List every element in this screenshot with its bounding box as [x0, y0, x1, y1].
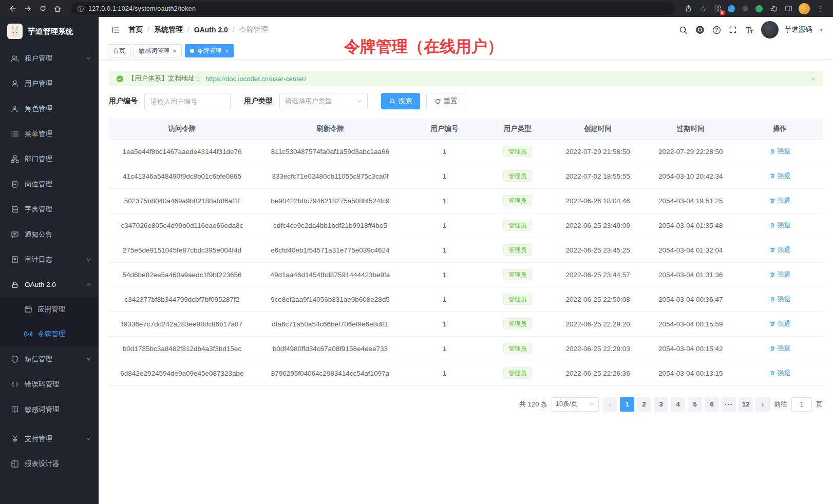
- search-icon[interactable]: [679, 26, 688, 34]
- user-id-input[interactable]: [144, 93, 231, 109]
- chevron-down-icon[interactable]: ▾: [820, 27, 823, 33]
- breadcrumb-separator: /: [147, 26, 149, 34]
- close-icon[interactable]: ×: [173, 48, 177, 54]
- notice-icon: [10, 230, 19, 239]
- close-icon[interactable]: ×: [225, 48, 229, 54]
- sidebar-item[interactable]: 用户管理: [0, 71, 99, 96]
- pagination-page-5[interactable]: 5: [688, 397, 702, 412]
- access-token-cell: 275e5de9151045fe87cbdc395e004f4d: [109, 238, 255, 262]
- expire-time-cell: 2054-03-04 00:15:59: [644, 312, 737, 336]
- sensitive-icon: [10, 405, 19, 414]
- forward-icon[interactable]: [21, 2, 34, 15]
- force-logout-button[interactable]: 强退: [769, 369, 791, 378]
- created-time-cell: 2022-06-25 22:29:03: [552, 336, 645, 361]
- sidebar-item[interactable]: 支付管理: [0, 426, 99, 451]
- expire-time-cell: 2022-07-29 22:28:50: [644, 139, 737, 164]
- pagination-page-6[interactable]: 6: [705, 397, 719, 412]
- browser-profile-avatar[interactable]: [799, 3, 810, 14]
- expire-time-cell: 2054-03-04 01:32:04: [644, 238, 737, 262]
- user-type-select[interactable]: 请选择用户类型: [279, 93, 368, 109]
- sidebar-item[interactable]: 短信管理: [0, 346, 99, 372]
- sidebar-item[interactable]: 错误码管理: [0, 372, 99, 397]
- pagination-page-12[interactable]: 12: [739, 397, 753, 412]
- pagination-page-1[interactable]: 1: [620, 397, 634, 412]
- force-logout-button[interactable]: 强退: [769, 196, 791, 205]
- force-logout-button[interactable]: 强退: [769, 147, 791, 156]
- side-panel-icon[interactable]: [782, 2, 795, 15]
- page-size-select[interactable]: 10条/页: [552, 397, 599, 412]
- doc-link[interactable]: https://doc.iocoder.cn/user-center/: [205, 75, 306, 83]
- sidebar-item[interactable]: 菜单管理: [0, 121, 99, 146]
- view-tab[interactable]: 令牌管理×: [185, 44, 234, 57]
- font-size-icon[interactable]: [745, 26, 753, 34]
- chevron-down-icon: [86, 356, 91, 362]
- sidebar-item[interactable]: 报表设计器: [0, 451, 99, 476]
- reset-button[interactable]: 重置: [426, 93, 465, 109]
- pagination-page-4[interactable]: 4: [671, 397, 685, 412]
- pagination-page-2[interactable]: 2: [637, 397, 651, 412]
- info-icon[interactable]: [77, 5, 84, 12]
- github-icon[interactable]: [695, 25, 705, 34]
- breadcrumb-item[interactable]: OAuth 2.0: [194, 26, 228, 34]
- view-tab[interactable]: 首页: [108, 44, 130, 57]
- table-row: b0d1785bc3a8482f812db4a3f3bd15ecb0df4980…: [109, 336, 823, 361]
- extension-icon[interactable]: [728, 5, 735, 12]
- pagination-page-3[interactable]: 3: [654, 397, 668, 412]
- back-icon[interactable]: [6, 2, 20, 15]
- force-logout-button[interactable]: 强退: [769, 270, 791, 279]
- force-logout-button[interactable]: 强退: [769, 245, 791, 255]
- trash-icon: [769, 370, 775, 376]
- reload-icon[interactable]: [36, 2, 49, 15]
- force-logout-button[interactable]: 强退: [769, 171, 791, 181]
- sidebar-item[interactable]: 敏感词管理: [0, 397, 99, 422]
- access-token-cell: c347026e805e4d99b0d116eae66eda8c: [109, 213, 255, 238]
- sidebar-item[interactable]: 部门管理: [0, 146, 99, 171]
- pagination-next-button[interactable]: ›: [755, 397, 770, 412]
- bookmark-star-icon[interactable]: ☆: [696, 2, 710, 15]
- fullscreen-icon[interactable]: [729, 26, 737, 34]
- trash-icon: [769, 247, 775, 253]
- user-type-tag: 管理员: [503, 269, 532, 280]
- app-logo[interactable]: 芋道管理系统: [0, 17, 99, 46]
- access-token-cell: c342377bf8b344799dcbf7bf095287f2: [109, 287, 255, 312]
- extension-icon[interactable]: [742, 5, 749, 12]
- sidebar-item[interactable]: 租户管理: [0, 46, 99, 71]
- pagination-more-button[interactable]: ···: [722, 397, 736, 412]
- browser-menu-icon[interactable]: ⋮: [813, 2, 827, 15]
- username[interactable]: 芋道源码: [784, 25, 812, 34]
- close-icon[interactable]: ×: [811, 74, 816, 83]
- sidebar-item[interactable]: 岗位管理: [0, 171, 99, 197]
- force-logout-button[interactable]: 强退: [769, 344, 791, 353]
- sidebar-collapse-button[interactable]: [111, 26, 120, 34]
- sidebar-subitem[interactable]: 令牌管理: [0, 322, 99, 346]
- user-id-cell: 1: [405, 164, 484, 188]
- logo-avatar: [7, 24, 23, 39]
- sidebar-subitem[interactable]: 应用管理: [0, 297, 99, 322]
- address-bar[interactable]: 127.0.0.1:1024/system/oauth2/token: [71, 2, 675, 15]
- sidebar-item[interactable]: 角色管理: [0, 96, 99, 121]
- sidebar-item[interactable]: OAuth 2.0: [0, 272, 99, 297]
- extension-icon[interactable]: 0: [711, 3, 724, 15]
- user-id-cell: 1: [405, 312, 484, 336]
- home-icon[interactable]: [51, 2, 64, 15]
- sidebar-item[interactable]: 通知公告: [0, 222, 99, 247]
- extension-icon[interactable]: [755, 5, 763, 12]
- breadcrumb-item[interactable]: 系统管理: [154, 25, 183, 34]
- sidebar-item[interactable]: 审计日志: [0, 247, 99, 272]
- pagination-prev-button[interactable]: ‹: [603, 397, 617, 412]
- force-logout-button[interactable]: 强退: [769, 221, 791, 230]
- force-logout-button[interactable]: 强退: [769, 295, 791, 304]
- goto-page-input[interactable]: [791, 397, 812, 412]
- help-icon[interactable]: [712, 26, 721, 34]
- sidebar-item[interactable]: 字典管理: [0, 197, 99, 222]
- share-icon[interactable]: [681, 2, 695, 15]
- user-type-tag: 管理员: [503, 367, 532, 379]
- breadcrumb-item[interactable]: 首页: [128, 25, 143, 34]
- view-tab[interactable]: 敏感词管理×: [134, 44, 182, 57]
- extensions-puzzle-icon[interactable]: [767, 2, 780, 15]
- app-icon: [24, 305, 32, 314]
- user-avatar[interactable]: [761, 21, 779, 38]
- force-logout-button[interactable]: 强退: [769, 319, 791, 328]
- search-button[interactable]: 搜索: [381, 93, 420, 109]
- trash-icon: [769, 321, 775, 327]
